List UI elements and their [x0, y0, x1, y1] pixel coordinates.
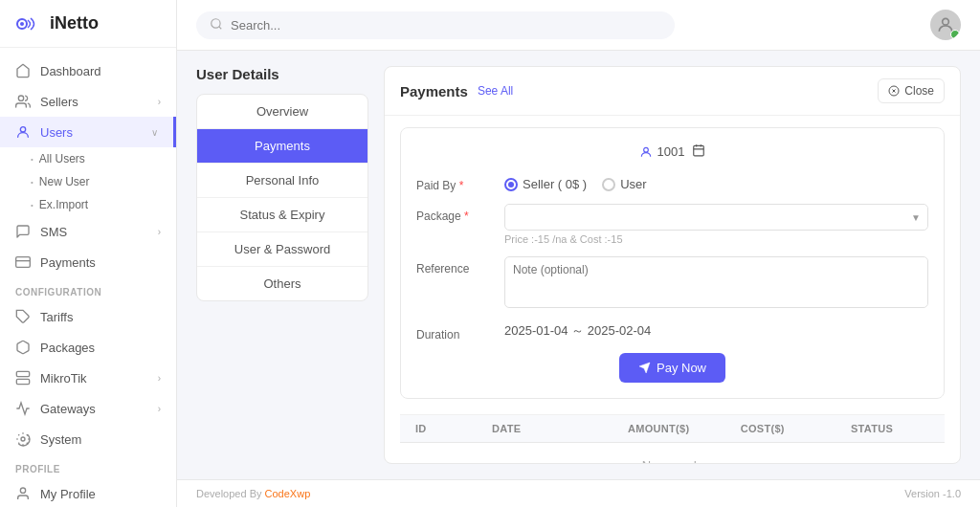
paid-by-row: Paid By * Seller ( 0$ ) User [416, 173, 928, 192]
user-details-menu: Overview Payments Personal Info Status &… [196, 94, 368, 301]
sidebar-item-my-profile[interactable]: My Profile [0, 478, 176, 507]
menu-item-others[interactable]: Others [197, 267, 368, 300]
sidebar-item-new-user[interactable]: New User [31, 170, 176, 193]
col-status: STATUS [814, 423, 929, 434]
package-select[interactable] [504, 204, 928, 231]
svg-point-3 [20, 127, 25, 132]
sms-label: SMS [40, 225, 67, 239]
footer-version: Version -1.0 [904, 488, 961, 499]
menu-item-user-password[interactable]: User & Password [197, 232, 368, 267]
search-wrap[interactable] [196, 11, 675, 39]
svg-point-14 [212, 18, 220, 27]
duration-value-wrap: 2025-01-04 ～ 2025-02-04 [504, 322, 928, 340]
payments-title: Payments [400, 83, 468, 99]
mikrotik-label: MikroTik [40, 371, 87, 386]
system-icon [15, 431, 31, 447]
profile-section-label: PROFILE [0, 454, 176, 478]
pay-now-label: Pay Now [657, 361, 706, 375]
reference-textarea[interactable] [504, 256, 928, 308]
see-all-link[interactable]: See All [478, 84, 513, 98]
svg-rect-7 [16, 371, 29, 376]
all-users-label: All Users [39, 152, 85, 165]
sms-arrow: › [158, 227, 161, 237]
topbar [177, 0, 980, 51]
payments-table: ID DATE AMOUNT($) COST($) STATUS No reco… [400, 414, 945, 463]
sidebar-item-mikrotik[interactable]: MikroTik › [0, 363, 176, 393]
content-area: User Details Overview Payments Personal … [177, 51, 980, 479]
users-submenu: All Users New User Ex.Import [0, 147, 176, 216]
menu-item-payments[interactable]: Payments [197, 129, 368, 164]
home-icon [15, 63, 31, 78]
package-control: ▼ Price :-15 /na & Cost :-15 [504, 204, 928, 245]
svg-point-11 [21, 437, 25, 441]
reference-label: Reference [416, 256, 493, 276]
sidebar-item-sms[interactable]: SMS › [0, 216, 176, 247]
paid-by-label: Paid By * [416, 173, 493, 192]
user-id-value: 1001 [657, 144, 685, 159]
col-date: DATE [492, 423, 607, 434]
gateways-arrow: › [158, 404, 161, 414]
package-label: Package * [416, 204, 493, 223]
svg-point-2 [18, 96, 23, 100]
sidebar-logo: iNetto [0, 0, 176, 48]
sidebar-item-tariffs[interactable]: Tariffs [0, 301, 176, 332]
seller-radio-indicator [504, 178, 518, 191]
search-icon [210, 17, 223, 33]
radio-seller[interactable]: Seller ( 0$ ) [504, 177, 587, 191]
app-name: iNetto [50, 13, 99, 33]
svg-point-12 [20, 488, 25, 493]
sellers-label: Sellers [40, 95, 78, 109]
close-button-label: Close [904, 84, 934, 98]
sidebar-item-payments[interactable]: Payments [0, 247, 176, 277]
paid-by-options: Seller ( 0$ ) User [504, 173, 928, 191]
paid-by-required: * [459, 179, 464, 192]
col-cost: COST($) [711, 423, 815, 434]
sidebar-item-system[interactable]: System [0, 424, 176, 454]
sidebar-item-dashboard[interactable]: Dashboard [0, 55, 176, 86]
user-option-label: User [620, 177, 646, 191]
package-select-wrap: ▼ [504, 204, 928, 231]
svg-line-15 [219, 26, 222, 29]
user-id-badge: 1001 [639, 144, 685, 159]
sidebar-item-sellers[interactable]: Sellers › [0, 86, 176, 117]
user-radio-indicator [602, 178, 615, 191]
duration-value: 2025-01-04 ～ 2025-02-04 [504, 320, 651, 338]
search-input[interactable] [231, 18, 661, 33]
footer: Developed By CodeXwp Version -1.0 [177, 479, 980, 507]
reference-control [504, 256, 928, 311]
sidebar-item-packages[interactable]: Packages [0, 332, 176, 363]
svg-point-20 [643, 147, 648, 152]
sidebar-item-all-users[interactable]: All Users [31, 147, 176, 170]
sidebar-item-gateways[interactable]: Gateways › [0, 393, 176, 424]
tariffs-label: Tariffs [40, 310, 73, 324]
sidebar: iNetto Dashboard Sellers › Users ∨ [0, 0, 177, 507]
radio-user[interactable]: User [602, 177, 646, 191]
close-button[interactable]: Close [878, 78, 945, 103]
duration-row: Duration 2025-01-04 ～ 2025-02-04 [416, 322, 928, 342]
sidebar-item-ex-import[interactable]: Ex.Import [31, 193, 176, 216]
payment-form-card: 1001 Paid By * [400, 127, 945, 399]
packages-label: Packages [40, 341, 95, 355]
menu-item-personal-info[interactable]: Personal Info [197, 164, 368, 198]
mikrotik-arrow: › [158, 373, 161, 384]
payments-header: Payments See All Close [385, 67, 960, 116]
package-row: Package * ▼ Price :-15 /na & Cost :-15 [416, 204, 928, 245]
svg-point-16 [943, 18, 949, 25]
gateways-label: Gateways [40, 402, 96, 416]
card-header: 1001 [416, 143, 928, 160]
menu-item-status-expiry[interactable]: Status & Expiry [197, 198, 368, 232]
pay-now-button[interactable]: Pay Now [619, 353, 725, 383]
dashboard-label: Dashboard [40, 64, 101, 78]
footer-company-link[interactable]: CodeXwp [265, 488, 311, 499]
sidebar-item-users[interactable]: Users ∨ [0, 117, 176, 147]
seller-option-label: Seller ( 0$ ) [523, 177, 587, 191]
calendar-icon [692, 143, 705, 160]
payments-nav-label: Payments [40, 255, 96, 270]
menu-item-overview[interactable]: Overview [197, 95, 368, 129]
ex-import-label: Ex.Import [39, 198, 88, 211]
col-id: ID [415, 423, 492, 434]
gateways-icon [15, 401, 31, 416]
table-empty-message: No records [400, 443, 945, 463]
logo-icon [15, 15, 42, 33]
sidebar-navigation: Dashboard Sellers › Users ∨ All Users Ne… [0, 48, 176, 507]
